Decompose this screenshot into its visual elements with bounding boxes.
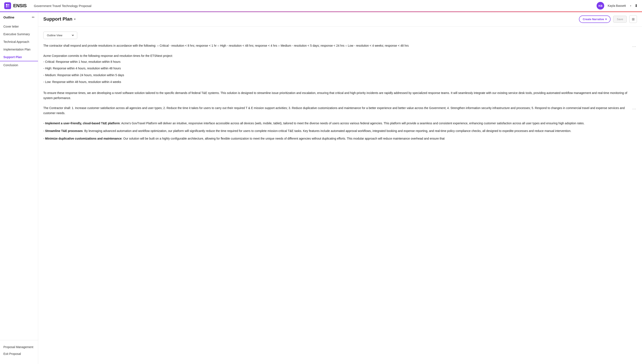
svg-rect-2: [6, 6, 8, 8]
list-item: - Low: Response within 48 hours, resolut…: [43, 79, 630, 86]
sidebar-item-cover-letter[interactable]: Cover letter: [0, 23, 38, 30]
svg-rect-0: [6, 4, 8, 6]
content-block-2: Acme Corporation commits to the followin…: [43, 54, 637, 86]
list-item: - Critical: Response within 1 hour, reso…: [43, 58, 630, 65]
main-content: Support Plan ▾ Create Narrative ▾ Save ⊞: [38, 12, 642, 364]
content-block-4: The Contractor shall: 1. Increase custom…: [43, 106, 637, 116]
view-selector[interactable]: Outline View Detail View: [43, 32, 77, 39]
app-header: ENSIS Government Travel Technology Propo…: [0, 0, 642, 12]
block-2-list: - Critical: Response within 1 hour, reso…: [43, 58, 630, 86]
page-header: Support Plan ▾ Create Narrative ▾ Save ⊞: [38, 12, 642, 26]
block-3-text: To ensure these response times, we are d…: [43, 90, 630, 101]
block-2-intro: Acme Corporation commits to the followin…: [43, 54, 630, 58]
sidebar-item-implementation-plan[interactable]: Implementation Plan: [0, 46, 38, 53]
block-1-text: The contractor shall respond and provide…: [43, 43, 630, 48]
block-4-menu-icon[interactable]: ⋯: [631, 106, 637, 112]
user-menu-chevron-icon[interactable]: ▾: [630, 5, 631, 7]
block-5-item-2: - Streamline T&E processes: By leveragin…: [43, 128, 630, 134]
block-5-item-3: - Minimize duplicative customizations an…: [43, 136, 630, 141]
avatar: KB: [596, 2, 604, 10]
page-title-chevron-icon[interactable]: ▾: [74, 18, 76, 21]
sidebar-header: Outline ✏: [0, 15, 38, 23]
user-name: Kayla Bassett: [608, 4, 626, 8]
logo-icon: [4, 2, 11, 9]
view-selector-dropdown[interactable]: Outline View Detail View: [46, 34, 75, 37]
create-narrative-label: Create Narrative: [583, 18, 604, 21]
header-actions: Create Narrative ▾ Save ⊞: [579, 15, 637, 23]
download-icon[interactable]: ⬇: [634, 4, 638, 8]
sidebar-nav: Cover letter Executive Summary Technical…: [0, 23, 38, 340]
columns-icon: ⊞: [632, 17, 634, 21]
content-block-5: - Implement a user-friendly, cloud-based…: [43, 121, 637, 141]
list-item: - Medium: Response within 24 hours, reso…: [43, 72, 630, 79]
save-button[interactable]: Save: [613, 16, 627, 23]
block-5-item-1: - Implement a user-friendly, cloud-based…: [43, 121, 630, 126]
content-block-3: To ensure these response times, we are d…: [43, 90, 637, 101]
sidebar-item-proposal-management[interactable]: Proposal Management: [4, 344, 35, 350]
list-item: - High: Response within 4 hours, resolut…: [43, 65, 630, 72]
sidebar-title: Outline: [4, 16, 15, 19]
create-narrative-button[interactable]: Create Narrative ▾: [579, 16, 610, 23]
sidebar-item-technical-approach[interactable]: Technical Approach: [0, 38, 38, 46]
sidebar-item-support-plan[interactable]: Support Plan: [0, 53, 38, 61]
svg-rect-3: [8, 6, 9, 8]
sidebar-item-exit-proposal[interactable]: Exit Proposal: [4, 350, 35, 357]
sidebar-item-executive-summary[interactable]: Executive Summary: [0, 30, 38, 38]
sidebar: Outline ✏ Cover letter Executive Summary…: [0, 12, 38, 364]
block-1-menu-icon[interactable]: ⋯: [631, 43, 637, 50]
svg-rect-1: [8, 4, 9, 6]
app-layout: Outline ✏ Cover letter Executive Summary…: [0, 12, 642, 364]
view-selector-wrap: Outline View Detail View: [43, 32, 637, 39]
header-right: KB Kayla Bassett ▾ ⬇: [596, 2, 638, 10]
page-title: Support Plan: [43, 16, 72, 22]
view-toggle-button[interactable]: ⊞: [629, 15, 637, 23]
page-title-area: Support Plan ▾: [43, 16, 76, 22]
content-area: Outline View Detail View The contractor …: [38, 26, 642, 364]
create-narrative-chevron-icon: ▾: [605, 18, 607, 21]
project-title: Government Travel Technology Proposal: [34, 4, 92, 8]
sidebar-item-conclusion[interactable]: Conclusion: [0, 61, 38, 69]
sidebar-footer: Proposal Management Exit Proposal: [0, 340, 38, 360]
logo-area: ENSIS Government Travel Technology Propo…: [4, 2, 91, 9]
edit-icon[interactable]: ✏: [32, 15, 35, 19]
logo-text: ENSIS: [13, 3, 27, 8]
block-4-text: The Contractor shall: 1. Increase custom…: [43, 106, 630, 116]
content-block-1: The contractor shall respond and provide…: [43, 43, 637, 48]
